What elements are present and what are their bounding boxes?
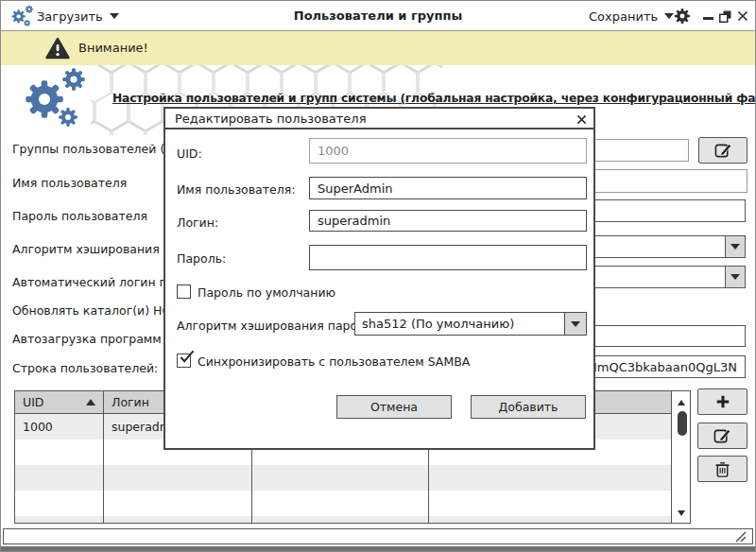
uid-input[interactable]: [309, 138, 587, 164]
scroll-up-icon[interactable]: [678, 400, 685, 405]
label-hash-algorithm: Алгоритм хэширования пар: [12, 242, 185, 256]
table-cell-uid[interactable]: 1000: [15, 414, 104, 440]
chevron-down-icon: [664, 13, 674, 19]
load-menu-label: Загрузить: [37, 9, 103, 24]
table-cell[interactable]: [104, 465, 252, 491]
pencil-square-icon: [713, 427, 731, 445]
pencil-square-icon: [714, 142, 732, 160]
default-password-checkbox[interactable]: [177, 285, 191, 299]
dropdown-arrow-button[interactable]: [564, 313, 586, 335]
edit-user-dialog: Редактировать пользователя UID: Имя поль…: [163, 107, 595, 450]
triangle-down-icon: [571, 321, 580, 327]
warning-triangle-icon: [45, 36, 70, 60]
minus-icon: [703, 11, 713, 21]
chevron-down-icon: [110, 13, 119, 19]
settings-gear-icon[interactable]: [674, 8, 691, 25]
triangle-down-icon: [730, 274, 740, 280]
save-menu-label: Сохранить: [589, 9, 658, 24]
table-cell[interactable]: [429, 465, 672, 491]
table-cell[interactable]: [252, 465, 429, 491]
table-cell[interactable]: [104, 516, 252, 524]
status-bar: [3, 528, 753, 544]
uid-label: UID:: [177, 147, 202, 161]
load-menu-button[interactable]: Загрузить: [37, 1, 119, 31]
label-user-password: Пароль пользователя: [12, 209, 147, 223]
table-scrollbar[interactable]: [675, 392, 689, 522]
sort-ascending-icon: [86, 399, 95, 405]
minimize-button[interactable]: [701, 9, 714, 23]
samba-sync-label: Синхронизировать с пользователем SAMBA: [198, 354, 470, 369]
overlapping-squares-icon: [719, 10, 731, 23]
window-titlebar: Загрузить Пользователи и группы Сохранит…: [1, 1, 755, 31]
warning-bar: Внимание!: [1, 31, 755, 65]
label-autostart: Автозагрузка программ по: [12, 332, 180, 346]
samba-sync-checkbox[interactable]: [177, 354, 191, 368]
delete-user-button[interactable]: [697, 456, 747, 482]
scroll-down-icon[interactable]: [678, 510, 685, 516]
login-label: Логин:: [177, 216, 218, 230]
password-label: Пароль:: [177, 251, 226, 266]
dialog-close-button[interactable]: [575, 112, 588, 126]
default-password-label: Пароль по умолчанию: [198, 285, 335, 300]
dialog-title: Редактировать пользователя: [165, 109, 593, 129]
label-auto-login: Автоматический логин пол: [12, 275, 181, 289]
restore-button[interactable]: [718, 9, 731, 23]
dropdown-arrow-button[interactable]: [725, 267, 745, 287]
table-cell[interactable]: [15, 465, 104, 491]
hash-algorithm-label: Алгоритм хэширования пароля:: [177, 319, 376, 333]
app-window: Загрузить Пользователи и группы Сохранит…: [0, 0, 756, 552]
add-user-button[interactable]: [697, 388, 747, 415]
scrollbar-thumb[interactable]: [678, 411, 687, 436]
check-icon: [179, 350, 195, 364]
hash-algorithm-dialog-select[interactable]: sha512 (По умолчанию): [354, 312, 587, 336]
table-cell[interactable]: [429, 516, 672, 524]
page-title: Настройка пользователей и групп системы …: [112, 92, 756, 105]
app-gears-logo-icon: [10, 5, 35, 27]
label-update-home: Обновлять каталог(и) HOM: [12, 303, 181, 318]
table-cell[interactable]: [104, 491, 252, 516]
name-input[interactable]: [309, 177, 587, 199]
x-icon: [576, 114, 587, 125]
x-icon: [737, 10, 748, 22]
login-input[interactable]: [309, 210, 587, 232]
table-header-uid[interactable]: UID: [15, 391, 104, 414]
plus-icon: [714, 393, 731, 410]
app-gears-logo-large-icon: [22, 67, 90, 129]
table-cell[interactable]: [15, 491, 104, 516]
window-bottom-edge: [1, 546, 756, 552]
triangle-down-icon: [730, 244, 740, 250]
edit-groups-button[interactable]: [698, 137, 747, 164]
table-cell[interactable]: [15, 440, 104, 465]
label-users-string: Строка пользователей:: [12, 361, 158, 375]
resize-grip-icon[interactable]: [734, 530, 747, 543]
label-user-name: Имя пользователя: [12, 176, 127, 190]
password-input[interactable]: [309, 245, 587, 270]
warning-message: Внимание!: [78, 31, 148, 65]
add-button[interactable]: Добавить: [471, 395, 586, 419]
dropdown-arrow-button[interactable]: [725, 236, 745, 257]
close-window-button[interactable]: [736, 9, 749, 23]
table-cell[interactable]: [252, 516, 429, 524]
save-menu-button[interactable]: Сохранить: [589, 1, 674, 31]
table-cell[interactable]: [15, 516, 104, 524]
trash-icon: [713, 460, 731, 478]
cancel-button[interactable]: Отмена: [336, 395, 452, 419]
name-label: Имя пользователя:: [177, 182, 295, 197]
table-cell[interactable]: [429, 491, 672, 516]
table-cell[interactable]: [252, 491, 429, 516]
label-user-groups: Группы пользователей (по: [12, 142, 180, 156]
edit-user-button[interactable]: [697, 423, 747, 449]
